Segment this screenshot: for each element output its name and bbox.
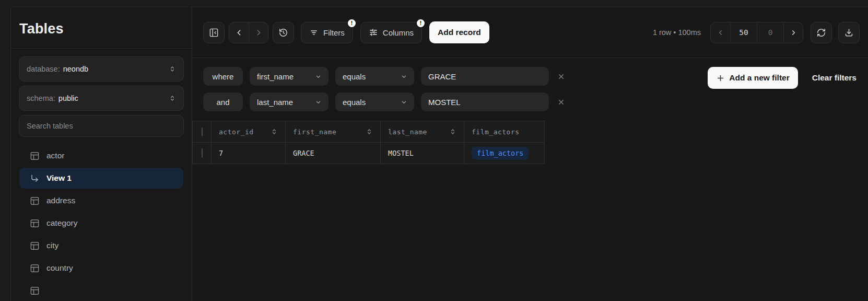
filter-operator-value: equals bbox=[343, 72, 366, 81]
filters-button-label: Filters bbox=[323, 28, 345, 37]
filters-actions: Add a new filter Clear filters bbox=[708, 67, 857, 89]
select-all-checkbox[interactable] bbox=[202, 128, 203, 136]
column-header-actor-id[interactable]: actor_id bbox=[212, 121, 286, 143]
sidebar-item-actor[interactable]: actor bbox=[19, 145, 183, 166]
history-icon bbox=[278, 28, 288, 38]
cell-last-name[interactable]: MOSTEL bbox=[381, 143, 464, 164]
sidebar-item-category[interactable]: category bbox=[19, 213, 183, 234]
column-header-label: first_name bbox=[293, 128, 336, 136]
history-nav-group bbox=[229, 22, 268, 43]
filter-value-input[interactable] bbox=[421, 92, 549, 111]
collapse-sidebar-button[interactable] bbox=[203, 22, 225, 43]
chevron-left-icon bbox=[234, 28, 243, 37]
column-header-film-actors[interactable]: film_actors bbox=[464, 121, 545, 143]
sort-icon[interactable] bbox=[366, 128, 373, 135]
schema-select-value: public bbox=[58, 94, 78, 102]
filter-operator-select[interactable]: equals bbox=[335, 67, 414, 86]
corner-down-right-icon bbox=[30, 173, 40, 183]
sidebar-item-label: View 1 bbox=[46, 173, 72, 183]
table-icon bbox=[30, 286, 40, 296]
toolbar: Filters ! Columns ! Add record 1 row • 1… bbox=[192, 7, 868, 58]
filter-lines-icon bbox=[309, 28, 319, 37]
schema-select[interactable]: schema: public bbox=[19, 86, 184, 111]
column-header-label: film_actors bbox=[472, 128, 520, 136]
table-icon bbox=[30, 196, 40, 206]
column-header-first-name[interactable]: first_name bbox=[286, 121, 381, 143]
row-select-cell bbox=[193, 143, 212, 164]
table-icon bbox=[30, 241, 40, 251]
pagination-group: 50 0 bbox=[710, 22, 803, 43]
database-select-value: neondb bbox=[63, 65, 88, 73]
cell-first-name[interactable]: GRACE bbox=[286, 143, 381, 164]
row-checkbox[interactable] bbox=[202, 148, 203, 158]
filter-column-select[interactable]: last_name bbox=[250, 92, 329, 111]
forward-button[interactable] bbox=[249, 22, 268, 43]
back-button[interactable] bbox=[229, 22, 249, 43]
sidebar-item-country[interactable]: country bbox=[19, 258, 183, 279]
filters-button[interactable]: Filters ! bbox=[301, 22, 353, 43]
remove-filter-button[interactable] bbox=[557, 73, 565, 80]
sidebar-item-address[interactable]: address bbox=[19, 190, 183, 211]
grid-data-row: 7 GRACE MOSTEL film_actors bbox=[193, 143, 545, 164]
next-page-button[interactable] bbox=[783, 22, 803, 43]
clear-filters-button[interactable]: Clear filters bbox=[812, 73, 857, 83]
tables-sidebar: Tables database: neondb schema: public bbox=[11, 7, 192, 301]
filter-column-select[interactable]: first_name bbox=[250, 67, 329, 86]
main-panel: Filters ! Columns ! Add record 1 row • 1… bbox=[192, 7, 868, 301]
select-all-cell bbox=[193, 121, 212, 143]
table-icon bbox=[30, 263, 40, 273]
search-tables-input[interactable] bbox=[27, 122, 176, 130]
add-filter-label: Add a new filter bbox=[729, 73, 789, 83]
search-tables-box bbox=[19, 115, 184, 137]
filter-conjunction[interactable]: where bbox=[203, 67, 243, 86]
sidebar-item-label: category bbox=[46, 218, 77, 228]
query-history-button[interactable] bbox=[273, 22, 294, 43]
filters-section: where first_name equals and bbox=[192, 58, 868, 121]
download-icon bbox=[844, 28, 854, 38]
export-button[interactable] bbox=[838, 22, 860, 43]
sidebar-item-label: country bbox=[46, 263, 73, 273]
sort-icon[interactable] bbox=[449, 128, 456, 135]
column-header-label: last_name bbox=[388, 128, 427, 136]
sidebar-header: Tables bbox=[11, 7, 192, 49]
prev-page-button[interactable] bbox=[711, 22, 730, 43]
add-record-label: Add record bbox=[438, 28, 481, 37]
filter-value-input[interactable] bbox=[421, 67, 549, 86]
schema-select-label: schema: bbox=[27, 94, 55, 102]
sidebar-item-label: city bbox=[46, 241, 58, 250]
add-filter-button[interactable]: Add a new filter bbox=[708, 67, 797, 89]
filter-column-value: first_name bbox=[257, 72, 294, 81]
filters-alert-badge: ! bbox=[347, 18, 357, 28]
add-record-button[interactable]: Add record bbox=[429, 21, 489, 43]
chevron-down-icon bbox=[314, 98, 322, 106]
remove-filter-button[interactable] bbox=[557, 98, 565, 106]
filter-operator-value: equals bbox=[343, 98, 366, 107]
table-icon bbox=[30, 218, 40, 228]
refresh-icon bbox=[816, 28, 826, 38]
cell-actor-id[interactable]: 7 bbox=[212, 143, 286, 164]
sidebar-item-view-1[interactable]: View 1 bbox=[19, 168, 183, 189]
grid-header-row: actor_id first_name bbox=[193, 121, 545, 143]
sort-icon[interactable] bbox=[271, 128, 278, 135]
sidebar-item-city[interactable]: city bbox=[19, 235, 183, 256]
refresh-button[interactable] bbox=[811, 22, 832, 43]
chevron-down-icon bbox=[400, 98, 408, 106]
close-icon bbox=[557, 98, 565, 106]
filter-conjunction[interactable]: and bbox=[203, 92, 243, 111]
sidebar-controls: database: neondb schema: public bbox=[11, 49, 192, 137]
column-header-last-name[interactable]: last_name bbox=[381, 121, 464, 143]
sidebar-item-partial[interactable] bbox=[19, 280, 183, 301]
columns-button[interactable]: Columns ! bbox=[360, 22, 422, 43]
page-size-field[interactable]: 50 bbox=[730, 22, 757, 43]
columns-alert-badge: ! bbox=[416, 18, 426, 28]
page-offset-field[interactable]: 0 bbox=[757, 22, 783, 43]
sidebar-item-label: address bbox=[46, 196, 75, 205]
filter-row: where first_name equals bbox=[203, 67, 565, 86]
filter-row: and last_name equals bbox=[203, 92, 565, 111]
film-actors-link[interactable]: film_actors bbox=[472, 147, 529, 159]
columns-button-label: Columns bbox=[383, 28, 414, 37]
sidebar-item-label: actor bbox=[46, 151, 64, 160]
data-grid: actor_id first_name bbox=[192, 121, 868, 301]
database-select[interactable]: database: neondb bbox=[19, 56, 184, 82]
filter-operator-select[interactable]: equals bbox=[335, 92, 414, 111]
